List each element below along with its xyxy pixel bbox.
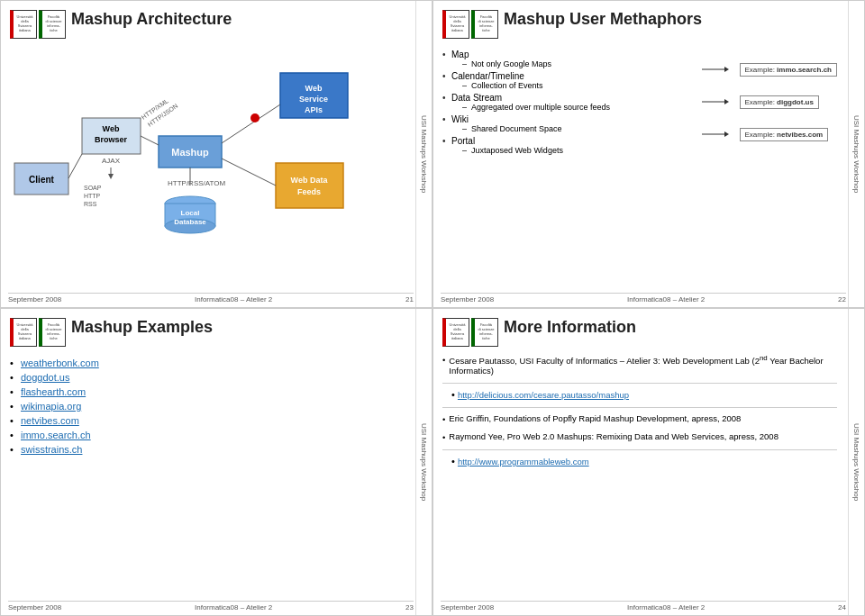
arch-diagram: Client Web Browser AJAX SOAP HTTP RSS Ma… [10, 46, 423, 235]
example-portal: Example: netvibes.com [702, 128, 838, 141]
svg-line-31 [222, 159, 276, 186]
footer-center: Informatica08 – Atelier 2 [627, 603, 705, 611]
example-box-portal: Example: netvibes.com [740, 128, 829, 141]
slide2-logos: UniversitàdellaSvizzeraitaliana Facoltàd… [442, 10, 498, 39]
footer-center: Informatica08 – Atelier 2 [195, 295, 272, 303]
svg-text:AJAX: AJAX [102, 157, 121, 165]
footer-page: 22 [838, 295, 846, 303]
slide2-body: Map Not only Google Maps Calendar/Timeli… [442, 46, 855, 158]
footer-date: September 2008 [441, 603, 494, 611]
info-link-2: • http://www.programmableweb.com [442, 456, 837, 467]
example-box-data: Example: diggdot.us [740, 95, 819, 109]
list-item-6: swisstrains.ch [10, 442, 405, 457]
logo1: UniversitàdellaSvizzeraitaliana [10, 10, 37, 39]
footer-page: 23 [405, 603, 414, 611]
sub-calendar: Collection of Events [451, 81, 695, 90]
bullet-datastream: Data Stream Aggregated over multiple sou… [442, 93, 695, 112]
footer-date: September 2008 [8, 603, 61, 611]
svg-rect-28 [276, 163, 343, 208]
slide4-logo2: Facoltàdi scienzeinforma-tiche [471, 318, 498, 347]
svg-text:Service: Service [299, 95, 328, 104]
svg-line-27 [222, 104, 280, 143]
slide1-footer: September 2008 Informatica08 – Atelier 2… [8, 293, 414, 303]
info-bullet-3: Raymond Yee, Pro Web 2.0 Mashups: Remixi… [442, 431, 837, 442]
svg-text:Web: Web [103, 124, 120, 133]
sub-portal: Juxtaposed Web Widgets [451, 146, 695, 155]
svg-text:HTTP: HTTP [84, 193, 101, 199]
slide3-footer: September 2008 Informatica08 – Atelier 2… [8, 601, 414, 611]
list-item-3: wikimapia.org [10, 399, 405, 413]
slide3-list: weatherbonk.com doggdot.us flashearth.co… [10, 356, 423, 457]
sub-wiki: Shared Document Space [451, 124, 695, 133]
slide-1: UniversitàdellaSvizzeraitaliana Facoltàd… [0, 0, 432, 308]
slide4-footer: September 2008 Informatica08 – Atelier 2… [441, 601, 846, 611]
slide1-title: Mashup Architecture [71, 10, 423, 30]
sub-wiki-item: Shared Document Space [462, 124, 695, 133]
svg-text:Web: Web [305, 84, 323, 93]
svg-point-32 [250, 113, 260, 122]
slide4-sidebar: USI Mashups Workshop [848, 309, 864, 615]
footer-center: Informatica08 – Atelier 2 [195, 603, 272, 611]
sub-portal-item: Juxtaposed Web Widgets [462, 146, 695, 155]
slide2-title: Mashup User Methaphors [504, 10, 855, 30]
separator-1 [442, 383, 837, 384]
svg-line-10 [68, 154, 82, 178]
list-item-4: netvibes.com [10, 413, 405, 428]
slide2-sidebar: USI Mashups Workshop [848, 1, 864, 307]
info-bullet-2: Eric Griffin, Foundations of Popfly Rapi… [442, 413, 837, 424]
slide2-footer: September 2008 Informatica08 – Atelier 2… [441, 293, 846, 303]
footer-page: 21 [405, 295, 414, 303]
slide3-sidebar: USI Mashups Workshop [415, 309, 432, 615]
svg-text:Client: Client [29, 175, 54, 185]
bullet-portal: Portal Juxtaposed Web Widgets [442, 136, 695, 155]
bullet-map: Map Not only Google Maps [442, 50, 695, 68]
svg-text:Web Data: Web Data [291, 176, 329, 185]
separator-3 [442, 449, 837, 450]
sub-map: Not only Google Maps [451, 59, 695, 68]
svg-text:Mashup: Mashup [171, 147, 209, 158]
bullet-calendar: Calendar/Timeline Collection of Events [442, 71, 695, 90]
example-data: Example: diggdot.us [702, 95, 838, 109]
slide4-header: UniversitàdellaSvizzeraitaliana Facoltàd… [442, 318, 855, 347]
slide2-bullets: Map Not only Google Maps Calendar/Timeli… [442, 50, 695, 158]
collection-of-events: Collection of Events [462, 81, 695, 90]
list-item-5: immo.search.ch [10, 428, 405, 442]
slide3-logo1: UniversitàdellaSvizzeraitaliana [10, 318, 37, 347]
svg-marker-36 [724, 99, 729, 104]
svg-marker-38 [724, 131, 729, 137]
slide4-title: More Information [504, 318, 855, 338]
slide2-logo1: UniversitàdellaSvizzeraitaliana [442, 10, 469, 39]
bullet-wiki: Wiki Shared Document Space [442, 114, 695, 133]
list-item-0: weatherbonk.com [10, 356, 405, 370]
slide2-logo2: Facoltàdi scienzeinforma-tiche [471, 10, 498, 39]
svg-line-15 [141, 136, 159, 145]
footer-center: Informatica08 – Atelier 2 [627, 295, 705, 303]
slide3-logo2: Facoltàdi scienzeinforma-tiche [39, 318, 66, 347]
slide4-logos: UniversitàdellaSvizzeraitaliana Facoltàd… [442, 318, 498, 347]
slide3-header: UniversitàdellaSvizzeraitaliana Facoltàd… [10, 318, 423, 347]
svg-marker-34 [724, 67, 729, 72]
svg-text:RSS: RSS [84, 201, 97, 207]
slide1-logos: UniversitàdellaSvizzeraitaliana Facoltàd… [10, 10, 66, 39]
sub-datastream-item: Aggregated over multiple source feeds [462, 103, 695, 112]
svg-text:SOAP: SOAP [84, 185, 102, 191]
list-item-1: doggdot.us [10, 370, 405, 385]
logo2: Facoltàdi scienzeinforma-tiche [39, 10, 66, 39]
separator-2 [442, 407, 837, 408]
svg-text:Local: Local [181, 209, 200, 217]
slide-3: UniversitàdellaSvizzeraitaliana Facoltàd… [0, 308, 432, 616]
sub-map-item: Not only Google Maps [462, 59, 695, 68]
slide1-sidebar: USI Mashups Workshop [415, 1, 432, 307]
slide3-logos: UniversitàdellaSvizzeraitaliana Facoltàd… [10, 318, 66, 347]
info-bullet-1: Cesare Pautasso, USI Faculty of Informat… [442, 354, 837, 376]
slide-2: UniversitàdellaSvizzeraitaliana Facoltàd… [432, 0, 865, 308]
slide2-examples: Example: immo.search.ch Example: diggdot… [702, 46, 838, 158]
footer-page: 24 [838, 603, 846, 611]
example-map: Example: immo.search.ch [702, 63, 838, 77]
svg-text:APIs: APIs [305, 105, 323, 114]
sub-datastream: Aggregated over multiple source feeds [451, 103, 695, 112]
svg-text:Database: Database [174, 218, 206, 226]
slide2-header: UniversitàdellaSvizzeraitaliana Facoltàd… [442, 10, 855, 39]
footer-date: September 2008 [441, 295, 494, 303]
slide3-title: Mashup Examples [71, 318, 423, 338]
